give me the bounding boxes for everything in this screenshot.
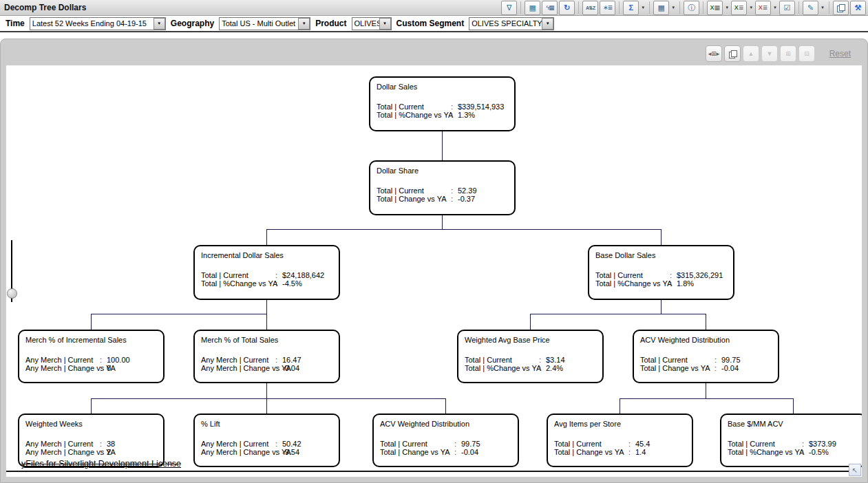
time-dropdown[interactable]: Latest 52 Weeks Ending 04-19-15 ▼ <box>30 17 166 30</box>
view-layout-icon[interactable]: ▦ <box>653 1 669 15</box>
metric-value: 1.3% <box>458 111 475 119</box>
tree-connector <box>266 383 267 398</box>
overview-icon[interactable] <box>724 45 741 62</box>
metric-colon: : <box>714 364 721 372</box>
edit-icon[interactable]: ✎ <box>803 1 818 15</box>
tree-node-base-dollar-sales[interactable]: Base Dollar Sales Total | Current:$315,3… <box>588 245 734 300</box>
tree-node-base-dollars-per-mm-acv[interactable]: Base $/MM ACV Total | Current:$373.99 To… <box>720 414 862 467</box>
metric-colon: : <box>100 440 107 448</box>
metric-colon: : <box>670 279 677 288</box>
expand-node-icon[interactable]: ⊞ <box>780 45 796 62</box>
zoom-slider-thumb[interactable] <box>7 288 17 299</box>
export-powerpoint-icon[interactable]: X≣ <box>755 1 771 15</box>
node-title: Weighted Avg Base Price <box>465 336 550 344</box>
metric-colon: : <box>100 448 107 456</box>
chevron-down-icon[interactable]: ▼ <box>773 6 777 10</box>
sum-icon[interactable]: Σ <box>623 1 639 15</box>
metric-label: Any Merch | Change vs YA <box>201 448 275 456</box>
refresh-icon[interactable]: ↻ <box>559 1 575 15</box>
move-up-icon[interactable]: ▲ <box>743 45 759 62</box>
tree-node-dollar-sales[interactable]: Dollar Sales Total | Current:$339,514,93… <box>369 76 516 131</box>
metric-label: Total | Change vs YA <box>554 448 628 456</box>
tree-node-dollar-share[interactable]: Dollar Share Total | Current:52.39 Total… <box>369 160 516 215</box>
sort-az-icon[interactable]: A⇅Z <box>582 1 598 15</box>
chevron-down-icon[interactable]: ▼ <box>725 6 729 10</box>
chevron-down-icon[interactable]: ▼ <box>542 18 553 30</box>
node-title: ACV Weighted Distribution <box>380 420 469 428</box>
tree-connector <box>620 398 794 399</box>
zoom-slider[interactable] <box>6 237 17 309</box>
tree-node-incremental-dollar-sales[interactable]: Incremental Dollar Sales Total | Current… <box>193 245 340 300</box>
chevron-down-icon[interactable]: ▼ <box>379 18 391 30</box>
tree-connector <box>91 398 446 399</box>
chevron-down-icon[interactable]: ▼ <box>749 6 753 10</box>
metric-value: 1.4 <box>635 448 646 456</box>
chevron-down-icon[interactable]: ▼ <box>641 6 645 10</box>
down-arrow-glyph: ▼ <box>767 50 773 57</box>
filter-icon[interactable]: ∇ <box>501 1 517 15</box>
product-dropdown[interactable]: OLIVES ▼ <box>352 17 392 30</box>
collapse-node-icon[interactable]: ⊟ <box>798 45 815 62</box>
reset-link[interactable]: Reset <box>829 49 851 58</box>
chevron-down-icon[interactable]: ▼ <box>821 6 825 10</box>
tree-connector <box>442 131 443 160</box>
node-row: Any Merch | Change vs YA:-9.54 <box>201 448 336 456</box>
custom-segment-dropdown[interactable]: OLIVES SPECIALTY ▼ <box>469 17 554 30</box>
metric-label: Total | Change vs YA <box>380 448 454 456</box>
tree-connector <box>445 398 446 414</box>
node-title: Merch % of Total Sales <box>201 336 278 344</box>
metric-label: Total | %Change vs YA <box>595 279 670 288</box>
node-title: Base $/MM ACV <box>728 420 783 428</box>
metric-label: Total | Current <box>377 186 451 195</box>
fit-to-window-icon[interactable]: ◂⊞▸ <box>706 45 722 62</box>
copy-icon[interactable] <box>833 1 849 15</box>
tree-canvas[interactable]: Dollar Sales Total | Current:$339,514,93… <box>6 65 862 477</box>
metric-colon: : <box>275 271 282 279</box>
node-row: Total | %Change vs YA:2.4% <box>465 364 600 372</box>
hammer-glyph: ⚒ <box>855 4 862 12</box>
tree-connector <box>620 398 620 414</box>
node-row: Total | Change vs YA:-0.37 <box>377 195 511 203</box>
info-icon[interactable]: ⓘ <box>684 1 699 15</box>
metric-value: 99.75 <box>461 440 480 448</box>
metric-value: 0 <box>107 364 111 372</box>
tree-node-merch-pct-total-sales[interactable]: Merch % of Total Sales Any Merch | Curre… <box>193 330 340 383</box>
resize-corner-icon[interactable]: ↖ <box>849 464 861 476</box>
checkbox-list-icon[interactable]: ☑ <box>779 1 795 15</box>
chevron-down-icon[interactable]: ▼ <box>154 18 165 30</box>
node-row: Any Merch | Current:38 <box>25 440 160 448</box>
metric-value: 99.75 <box>721 356 741 364</box>
node-row: Any Merch | Change vs YA:0 <box>25 364 160 372</box>
tree-connector <box>661 300 661 314</box>
tree-connector <box>661 229 661 245</box>
tree-node-weighted-avg-base-price[interactable]: Weighted Avg Base Price Total | Current:… <box>457 330 604 383</box>
metric-label: Total | Current <box>377 103 451 111</box>
tree-node-acv-weighted-distribution-2[interactable]: ACV Weighted Distribution Total | Curren… <box>372 414 519 467</box>
export-excel-report-icon[interactable]: X≣ <box>731 1 747 15</box>
design-tools-icon[interactable]: ⚒ <box>850 1 866 15</box>
quick-calc-icon[interactable]: ϟ▦ <box>542 1 558 15</box>
tree-node-acv-weighted-distribution[interactable]: ACV Weighted Distribution Total | Curren… <box>633 330 779 383</box>
tree-node-pct-lift[interactable]: % Lift Any Merch | Current:50.42 Any Mer… <box>193 414 340 467</box>
metric-value: 2.4% <box>546 364 563 372</box>
node-title: Weighted Weeks <box>25 420 83 428</box>
product-value: OLIVES <box>352 19 379 28</box>
filter-glyph: ∇ <box>507 4 511 12</box>
move-down-icon[interactable]: ▼ <box>761 45 778 62</box>
export-excel-grid-icon[interactable]: X▦ <box>707 1 723 15</box>
table-view-icon[interactable]: ▦ <box>525 1 540 15</box>
chevron-down-icon[interactable]: ▼ <box>671 6 675 10</box>
tree-node-avg-items-per-store[interactable]: Avg Items per Store Total | Current:45.4… <box>547 414 693 467</box>
metric-value: 45.4 <box>635 440 650 448</box>
geography-dropdown[interactable]: Total US - Multi Outlet ▼ <box>219 17 310 30</box>
select-items-icon[interactable]: ∗≣ <box>600 1 615 15</box>
metric-label: Total | Current <box>595 271 670 279</box>
tree-node-merch-pct-incremental-sales[interactable]: Merch % of Incremental Sales Any Merch |… <box>18 330 165 383</box>
yfiles-watermark: yFiles for Silverlight Development Licen… <box>21 459 181 469</box>
chevron-down-icon[interactable]: ▼ <box>298 18 310 30</box>
toolbar-separator <box>798 1 799 14</box>
ppt-x-glyph: X <box>759 5 762 11</box>
metric-label: Any Merch | Change vs YA <box>25 364 100 372</box>
node-row: Total | Current:99.75 <box>380 440 515 448</box>
tree-connector <box>530 314 706 314</box>
